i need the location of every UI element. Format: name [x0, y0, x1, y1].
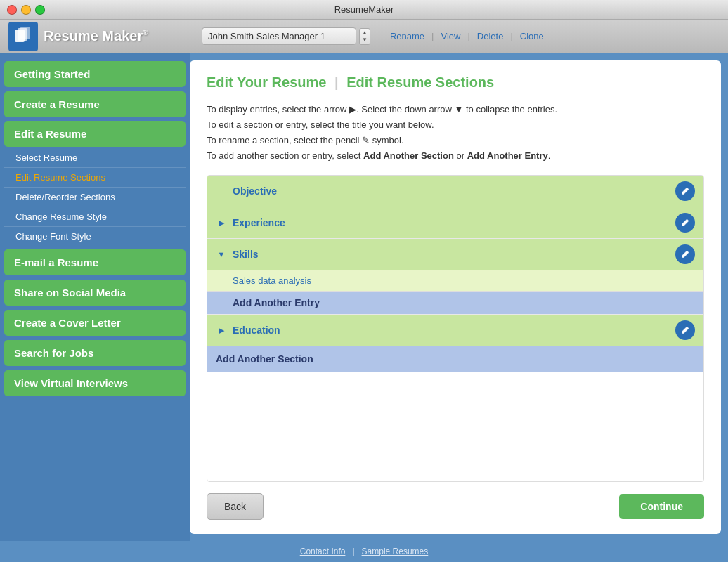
section-header-experience[interactable]: ▶ Experience: [207, 207, 703, 238]
delete-button[interactable]: Delete: [470, 28, 511, 44]
instruction-2: To edit a section or entry, select the t…: [207, 117, 704, 133]
sidebar-section-edit-resume: Edit a Resume Select Resume Edit Resume …: [4, 121, 186, 246]
sidebar-item-email-resume[interactable]: E-mail a Resume: [4, 249, 186, 275]
sidebar-item-virtual-interviews[interactable]: View Virtual Interviews: [4, 370, 186, 396]
skills-name[interactable]: Skills: [233, 249, 675, 260]
resume-arrows[interactable]: ▲ ▼: [359, 28, 370, 45]
continue-button[interactable]: Continue: [619, 494, 704, 519]
content-title: Edit Your Resume | Edit Resume Sections: [207, 74, 704, 91]
sidebar-item-search-jobs[interactable]: Search for Jobs: [4, 340, 186, 366]
resume-selector[interactable]: ▲ ▼: [202, 27, 370, 45]
objective-toggle[interactable]: [216, 185, 227, 197]
logo-area: Resume Maker®: [8, 22, 195, 51]
content-panel: Edit Your Resume | Edit Resume Sections …: [190, 60, 721, 534]
view-button[interactable]: View: [434, 28, 467, 44]
add-entry-button[interactable]: Add Another Entry: [233, 297, 320, 308]
back-button[interactable]: Back: [207, 493, 264, 520]
section-header-skills[interactable]: ▼ Skills: [207, 239, 703, 270]
window-title: ResumeMaker: [334, 4, 394, 15]
section-header-education[interactable]: ▶ Education: [207, 315, 703, 346]
section-row-experience: ▶ Experience: [207, 207, 703, 239]
skills-entry-1-text[interactable]: Sales data analysis: [233, 275, 311, 286]
add-entry-row[interactable]: Add Another Entry: [207, 291, 703, 314]
sections-container: Objective ▶ Experience: [207, 175, 704, 482]
sidebar-item-create-cover[interactable]: Create a Cover Letter: [4, 310, 186, 336]
footer-divider: |: [352, 547, 354, 556]
toolbar-actions: Rename | View | Delete | Clone: [383, 28, 551, 44]
section-row-skills: ▼ Skills Sales data analysis: [207, 239, 703, 315]
add-section-button[interactable]: Add Another Section: [216, 353, 313, 365]
experience-toggle[interactable]: ▶: [216, 217, 227, 228]
experience-name[interactable]: Experience: [233, 217, 675, 228]
sidebar-header-edit-resume[interactable]: Edit a Resume: [4, 121, 186, 147]
skills-entry-1[interactable]: Sales data analysis: [207, 270, 703, 291]
section-header-objective[interactable]: Objective: [207, 176, 703, 207]
sidebar-sub-change-font[interactable]: Change Font Style: [4, 227, 186, 246]
sidebar-sub-select-resume[interactable]: Select Resume: [4, 148, 186, 168]
title-pipe: |: [334, 74, 342, 90]
section-row-education: ▶ Education: [207, 315, 703, 346]
instruction-4: To add another section or entry, select …: [207, 148, 704, 164]
up-arrow-icon[interactable]: ▲: [362, 30, 368, 37]
sidebar-item-getting-started[interactable]: Getting Started: [4, 61, 186, 87]
instruction-1: To display entries, select the arrow ▶. …: [207, 102, 704, 117]
logo-icon: [8, 22, 38, 51]
instruction-3: To rename a section, select the pencil ✎…: [207, 133, 704, 148]
contact-info-link[interactable]: Contact Info: [300, 547, 346, 556]
objective-name[interactable]: Objective: [233, 185, 675, 197]
education-toggle[interactable]: ▶: [216, 325, 227, 336]
objective-edit-btn[interactable]: [675, 181, 695, 201]
main-layout: Getting Started Create a Resume Edit a R…: [0, 53, 728, 541]
sidebar-sub-edit-sections[interactable]: Edit Resume Sections: [4, 168, 186, 188]
title-bar: ResumeMaker: [0, 0, 728, 20]
skills-toggle[interactable]: ▼: [216, 249, 227, 260]
svg-rect-2: [20, 27, 30, 39]
sample-resumes-link[interactable]: Sample Resumes: [362, 547, 429, 556]
footer: Contact Info | Sample Resumes: [0, 541, 728, 562]
sidebar: Getting Started Create a Resume Edit a R…: [0, 53, 190, 541]
window-controls[interactable]: [7, 5, 45, 15]
title-main: Edit Your Resume: [207, 74, 326, 90]
sidebar-item-share-social[interactable]: Share on Social Media: [4, 280, 186, 306]
sidebar-sub-change-style[interactable]: Change Resume Style: [4, 207, 186, 227]
education-name[interactable]: Education: [233, 325, 675, 336]
logo-reg: ®: [143, 29, 148, 37]
toolbar: Resume Maker® ▲ ▼ Rename | View | Delete…: [0, 20, 728, 53]
bottom-actions: Back Continue: [207, 493, 704, 520]
close-button[interactable]: [7, 5, 17, 15]
experience-edit-btn[interactable]: [675, 213, 695, 233]
instructions: To display entries, select the arrow ▶. …: [207, 102, 704, 164]
down-arrow-icon[interactable]: ▼: [362, 37, 368, 44]
maximize-button[interactable]: [35, 5, 45, 15]
resume-input[interactable]: [202, 27, 356, 45]
education-edit-btn[interactable]: [675, 320, 695, 340]
logo-text: Resume Maker®: [44, 28, 148, 44]
section-row-objective: Objective: [207, 176, 703, 207]
add-section-row[interactable]: Add Another Section: [207, 346, 703, 372]
content-area: Edit Your Resume | Edit Resume Sections …: [190, 53, 728, 541]
rename-button[interactable]: Rename: [383, 28, 431, 44]
clone-button[interactable]: Clone: [513, 28, 551, 44]
title-sub: Edit Resume Sections: [346, 74, 494, 90]
minimize-button[interactable]: [21, 5, 31, 15]
sidebar-sub-delete-reorder[interactable]: Delete/Reorder Sections: [4, 188, 186, 207]
sidebar-item-create-resume[interactable]: Create a Resume: [4, 91, 186, 117]
skills-edit-btn[interactable]: [675, 244, 695, 264]
